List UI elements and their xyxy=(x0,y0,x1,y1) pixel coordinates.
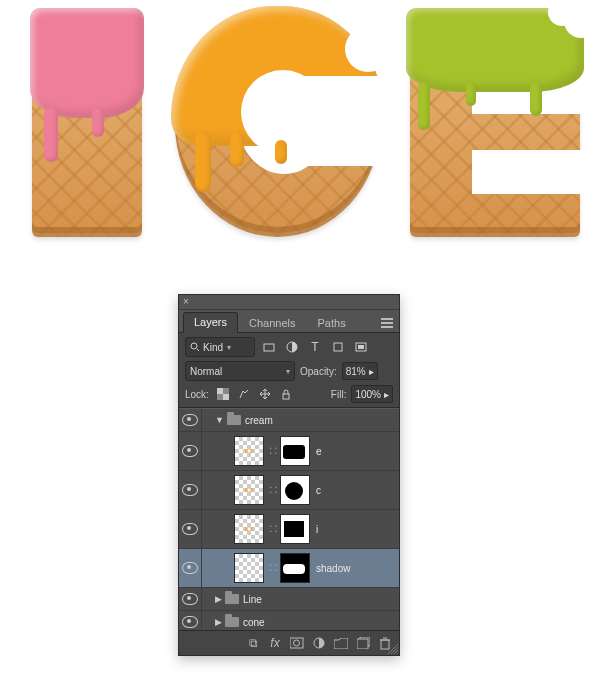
layer-group-cone[interactable]: ▶ cone xyxy=(179,611,399,630)
resize-handle[interactable] xyxy=(388,644,398,654)
panel-footer: ⧉ fx xyxy=(179,630,399,655)
layers-list: ▼ cream ICE ⸬ e ICE ⸬ c xyxy=(179,408,399,630)
lock-all-icon[interactable] xyxy=(277,385,295,403)
layer-name: i xyxy=(316,524,318,535)
folder-icon xyxy=(225,594,239,604)
fill-label: Fill: xyxy=(331,389,347,400)
new-group-icon[interactable] xyxy=(333,635,349,651)
visibility-toggle[interactable] xyxy=(182,484,198,496)
svg-rect-4 xyxy=(334,343,342,351)
lock-pixels-icon[interactable] xyxy=(235,385,253,403)
letter-i xyxy=(32,12,142,242)
link-icon: ⸬ xyxy=(270,445,277,457)
panel-menu-icon[interactable] xyxy=(378,314,396,332)
layer-mask-thumbnail[interactable] xyxy=(280,436,310,466)
disclosure-triangle-icon[interactable]: ▼ xyxy=(215,415,224,425)
disclosure-triangle-icon[interactable]: ▶ xyxy=(215,594,222,604)
layer-name: shadow xyxy=(316,563,350,574)
layer-name: e xyxy=(316,446,322,457)
close-icon[interactable]: × xyxy=(179,295,193,309)
svg-point-0 xyxy=(191,343,197,349)
layer-mask-thumbnail[interactable] xyxy=(280,553,310,583)
tab-paths[interactable]: Paths xyxy=(307,313,357,333)
new-layer-icon[interactable] xyxy=(355,635,371,651)
filter-adjustment-icon[interactable] xyxy=(283,338,301,356)
layers-panel: × Layers Channels Paths Kind ▾ T Normal … xyxy=(178,294,400,656)
blend-mode-select[interactable]: Normal ▾ xyxy=(185,361,295,381)
opacity-label: Opacity: xyxy=(300,366,337,377)
visibility-toggle[interactable] xyxy=(182,562,198,574)
panel-toolbar: Kind ▾ T Normal ▾ Opacity: 81% ▸ Lock: xyxy=(179,333,399,408)
link-layers-icon[interactable]: ⧉ xyxy=(245,635,261,651)
layer-shadow[interactable]: ⸬ shadow xyxy=(179,549,399,588)
visibility-toggle[interactable] xyxy=(182,523,198,535)
lock-label: Lock: xyxy=(185,389,209,400)
tab-channels[interactable]: Channels xyxy=(238,313,306,333)
svg-rect-2 xyxy=(264,344,274,351)
link-icon: ⸬ xyxy=(270,523,277,535)
filter-kind-label: Kind xyxy=(203,342,223,353)
svg-point-12 xyxy=(294,640,300,646)
svg-rect-9 xyxy=(223,394,229,400)
disclosure-triangle-icon[interactable]: ▶ xyxy=(215,617,222,627)
layer-style-icon[interactable]: fx xyxy=(267,635,283,651)
layer-thumbnail[interactable]: ICE xyxy=(234,436,264,466)
layer-mask-thumbnail[interactable] xyxy=(280,514,310,544)
opacity-value: 81% xyxy=(346,366,366,377)
filter-kind-select[interactable]: Kind ▾ xyxy=(185,337,255,357)
filter-type-icon[interactable]: T xyxy=(306,338,324,356)
folder-icon xyxy=(225,617,239,627)
layer-group-cream[interactable]: ▼ cream xyxy=(179,409,399,432)
group-name: cone xyxy=(243,617,265,628)
layer-e[interactable]: ICE ⸬ e xyxy=(179,432,399,471)
layer-c[interactable]: ICE ⸬ c xyxy=(179,471,399,510)
folder-icon xyxy=(227,415,241,425)
search-icon xyxy=(190,342,200,352)
layer-i[interactable]: ICE ⸬ i xyxy=(179,510,399,549)
layer-mask-thumbnail[interactable] xyxy=(280,475,310,505)
visibility-toggle[interactable] xyxy=(182,616,198,628)
lock-position-icon[interactable] xyxy=(256,385,274,403)
link-icon: ⸬ xyxy=(270,484,277,496)
svg-rect-6 xyxy=(358,345,364,349)
layer-thumbnail[interactable] xyxy=(234,553,264,583)
group-name: Line xyxy=(243,594,262,605)
ice-text-artwork xyxy=(20,12,580,272)
filter-smartobject-icon[interactable] xyxy=(352,338,370,356)
layer-group-line[interactable]: ▶ Line xyxy=(179,588,399,611)
panel-tabs: Layers Channels Paths xyxy=(179,310,399,333)
tab-layers[interactable]: Layers xyxy=(183,312,238,333)
svg-rect-14 xyxy=(357,639,368,649)
add-mask-icon[interactable] xyxy=(289,635,305,651)
group-name: cream xyxy=(245,415,273,426)
visibility-toggle[interactable] xyxy=(182,445,198,457)
layer-name: c xyxy=(316,485,321,496)
filter-pixel-icon[interactable] xyxy=(260,338,278,356)
svg-line-1 xyxy=(197,349,199,351)
blend-mode-value: Normal xyxy=(190,366,222,377)
link-icon: ⸬ xyxy=(270,562,277,574)
svg-rect-8 xyxy=(217,388,223,394)
panel-titlebar[interactable]: × xyxy=(179,295,399,310)
filter-shape-icon[interactable] xyxy=(329,338,347,356)
lock-transparent-icon[interactable] xyxy=(214,385,232,403)
fill-value: 100% xyxy=(355,389,381,400)
new-adjustment-icon[interactable] xyxy=(311,635,327,651)
layer-thumbnail[interactable]: ICE xyxy=(234,475,264,505)
layer-thumbnail[interactable]: ICE xyxy=(234,514,264,544)
letter-e xyxy=(410,12,590,247)
opacity-input[interactable]: 81% ▸ xyxy=(342,362,378,380)
letter-c xyxy=(175,12,385,252)
fill-input[interactable]: 100% ▸ xyxy=(351,385,393,403)
svg-rect-10 xyxy=(283,394,289,399)
visibility-toggle[interactable] xyxy=(182,414,198,426)
visibility-toggle[interactable] xyxy=(182,593,198,605)
